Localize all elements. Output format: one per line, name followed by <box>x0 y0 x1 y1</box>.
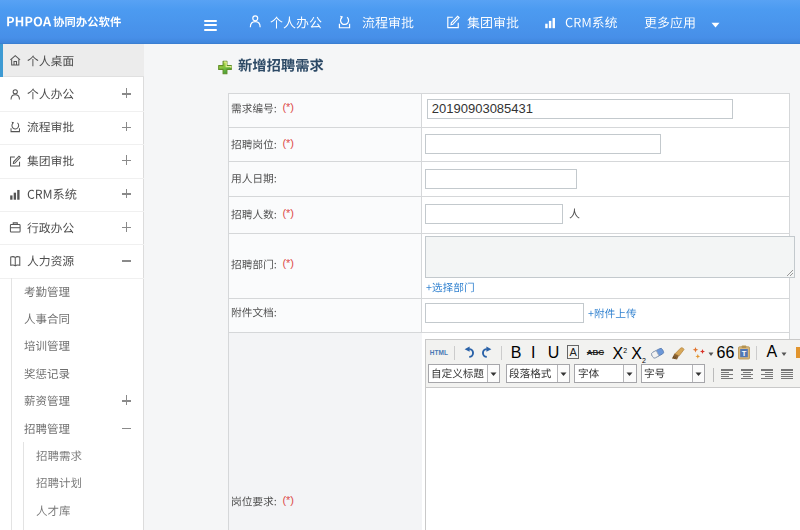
svg-text:T: T <box>742 349 747 358</box>
